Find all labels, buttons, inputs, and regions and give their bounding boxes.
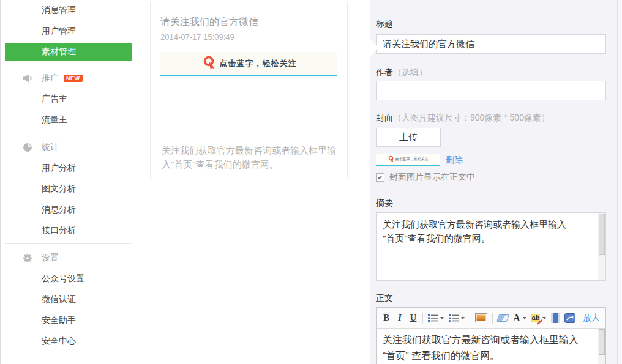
delete-cover-link[interactable]: 删除 xyxy=(446,155,463,166)
author-label: 作者（选填） xyxy=(376,67,606,78)
insert-video-button[interactable] xyxy=(551,313,560,323)
title-input[interactable] xyxy=(376,34,606,54)
sidebar-header-settings[interactable]: 设置 xyxy=(5,248,132,269)
bold-button[interactable]: B xyxy=(382,313,391,323)
sidebar-item-label: 接口分析 xyxy=(42,225,76,236)
sidebar-item-article-analysis[interactable]: 图文分析 xyxy=(5,179,132,199)
sidebar-item-user-analysis[interactable]: 用户分析 xyxy=(5,158,132,179)
author-label-text: 作者 xyxy=(376,67,393,77)
sidebar-item-label: 广告主 xyxy=(42,94,67,105)
sidebar-item-wechat-verification[interactable]: 微信认证 xyxy=(5,289,132,310)
article-banner-image: 点击蓝字，轻松关注 xyxy=(160,52,337,76)
sidebar-item-label: 流量主 xyxy=(42,114,67,125)
sidebar-item-label: 消息管理 xyxy=(42,5,76,16)
chevron-down-icon xyxy=(440,317,444,319)
underline-button[interactable]: U xyxy=(409,313,418,323)
toolbar-separator xyxy=(470,313,470,324)
author-input[interactable] xyxy=(376,81,606,100)
body-label: 正文 xyxy=(376,293,606,304)
sidebar-item-message-analysis[interactable]: 消息分析 xyxy=(5,199,132,220)
sidebar-item-advertiser[interactable]: 广告主 xyxy=(5,89,132,110)
preview-button[interactable] xyxy=(564,313,575,323)
ordered-list-button[interactable] xyxy=(428,314,444,322)
sidebar-item-interface-analysis[interactable]: 接口分析 xyxy=(5,220,132,241)
sidebar-item-material-manage[interactable]: 素材管理 xyxy=(5,43,132,61)
body-label-text: 正文 xyxy=(376,293,393,303)
bullet-list-icon xyxy=(449,314,459,322)
editor-scrollbar[interactable] xyxy=(598,329,605,364)
article-summary-text: 关注我们获取官方最新咨询或者输入框里输入"首页"查看我们的微官网。 xyxy=(162,143,337,172)
upload-button[interactable]: 上传 xyxy=(376,128,441,147)
highlight-icon: ab xyxy=(531,314,541,322)
sidebar-item-user-manage[interactable]: 用户管理 xyxy=(5,21,132,42)
sidebar-item-message-manage[interactable]: 消息管理 xyxy=(5,0,132,21)
cover-thumbnail-row: 点击蓝字，轻松关注 删除 xyxy=(376,154,606,166)
window-left-edge xyxy=(0,0,1,364)
sidebar-item-traffic-owner[interactable]: 流量主 xyxy=(5,110,132,130)
cover-in-body-label: 封面图片显示在正文中 xyxy=(389,172,475,183)
click-hand-icon xyxy=(201,55,216,72)
sidebar-section-manage: 消息管理 用户管理 素材管理 xyxy=(5,0,132,61)
pie-chart-icon xyxy=(22,142,33,153)
sidebar-header-statistics[interactable]: 统计 xyxy=(5,137,132,158)
editor-zoom-link[interactable]: 放大 xyxy=(583,313,600,324)
ordered-list-icon xyxy=(428,314,438,322)
highlight-button[interactable]: ab xyxy=(531,314,547,322)
italic-button[interactable]: I xyxy=(395,313,404,323)
cover-in-body-checkbox[interactable]: ✔ xyxy=(376,173,384,182)
font-color-icon: A xyxy=(513,313,520,324)
sidebar-header-label: 设置 xyxy=(42,253,59,264)
material-manage-page: 消息管理 用户管理 素材管理 推广 NEW 广告主 流量主 xyxy=(0,0,622,364)
cover-size-hint: （大图片建议尺寸：900像素 * 500像素） xyxy=(393,113,550,122)
click-hand-icon-small xyxy=(388,155,394,163)
sidebar: 消息管理 用户管理 素材管理 推广 NEW 广告主 流量主 xyxy=(5,0,132,364)
summary-scrollbar-thumb[interactable] xyxy=(599,214,605,255)
bullet-list-button[interactable] xyxy=(449,314,465,322)
checkmark-icon: ✔ xyxy=(377,174,383,181)
summary-label-text: 摘要 xyxy=(376,198,393,207)
sidebar-item-label: 素材管理 xyxy=(42,46,76,58)
new-badge: NEW xyxy=(64,75,83,82)
summary-scrollbar[interactable] xyxy=(598,213,605,280)
insert-image-button[interactable] xyxy=(475,313,487,322)
sidebar-item-label: 用户管理 xyxy=(42,26,76,37)
sidebar-item-label: 公众号设置 xyxy=(42,273,84,284)
article-preview-card[interactable]: 请关注我们的官方微信 2014-07-17 15:09:49 点击蓝字，轻松关注… xyxy=(150,2,348,179)
highlight-icon-text: ab xyxy=(532,314,540,321)
selected-card-arrow xyxy=(370,39,378,57)
editor-toolbar: B I U xyxy=(377,308,605,329)
sidebar-item-label: 图文分析 xyxy=(42,184,76,195)
article-timestamp: 2014-07-17 15:09:49 xyxy=(160,32,337,42)
sidebar-header-label: 统计 xyxy=(42,142,59,153)
title-label-text: 标题 xyxy=(376,18,393,28)
title-label: 标题 xyxy=(376,18,606,29)
megaphone-icon xyxy=(22,73,33,84)
gear-icon xyxy=(22,253,33,264)
summary-textarea[interactable]: 关注我们获取官方最新咨询或者输入框里输入 "首页"查看我们的微官网。 xyxy=(376,212,606,281)
rich-text-editor: B I U xyxy=(376,307,606,364)
cover-thumbnail[interactable]: 点击蓝字，轻松关注 xyxy=(376,154,440,166)
author-optional-hint: （选填） xyxy=(393,67,427,77)
sidebar-item-label: 安全助手 xyxy=(42,315,76,326)
toolbar-separator xyxy=(492,313,493,324)
sidebar-item-account-settings[interactable]: 公众号设置 xyxy=(5,269,132,289)
clear-format-eraser-button[interactable] xyxy=(496,314,509,322)
sidebar-header-promotion[interactable]: 推广 NEW xyxy=(5,68,132,89)
summary-field-wrap: 关注我们获取官方最新咨询或者输入框里输入 "首页"查看我们的微官网。 xyxy=(376,212,606,281)
font-color-button[interactable]: A xyxy=(513,313,526,324)
sidebar-item-security-center[interactable]: 安全中心 xyxy=(5,331,132,352)
chevron-down-icon xyxy=(542,317,546,319)
cover-label: 封面（大图片建议尺寸：900像素 * 500像素） xyxy=(376,113,606,124)
toolbar-separator xyxy=(422,313,423,324)
editor-text-line: “首页” 查看我们的微官网。 xyxy=(383,348,591,364)
sidebar-header-label: 推广 xyxy=(42,73,59,84)
sidebar-item-label: 消息分析 xyxy=(42,204,76,215)
chevron-down-icon xyxy=(523,317,526,319)
chevron-down-icon xyxy=(461,317,465,319)
sidebar-item-security-assistant[interactable]: 安全助手 xyxy=(5,310,132,331)
editor-content-area[interactable]: 关注我们获取官方最新咨询或者输入框里输入 “首页” 查看我们的微官网。 xyxy=(377,329,605,364)
editor-text[interactable]: 关注我们获取官方最新咨询或者输入框里输入 “首页” 查看我们的微官网。 xyxy=(377,329,605,364)
summary-label: 摘要 xyxy=(376,198,606,209)
thumbnail-slogan: 点击蓝字，轻松关注 xyxy=(395,157,429,162)
editor-scrollbar-thumb[interactable] xyxy=(599,329,605,355)
